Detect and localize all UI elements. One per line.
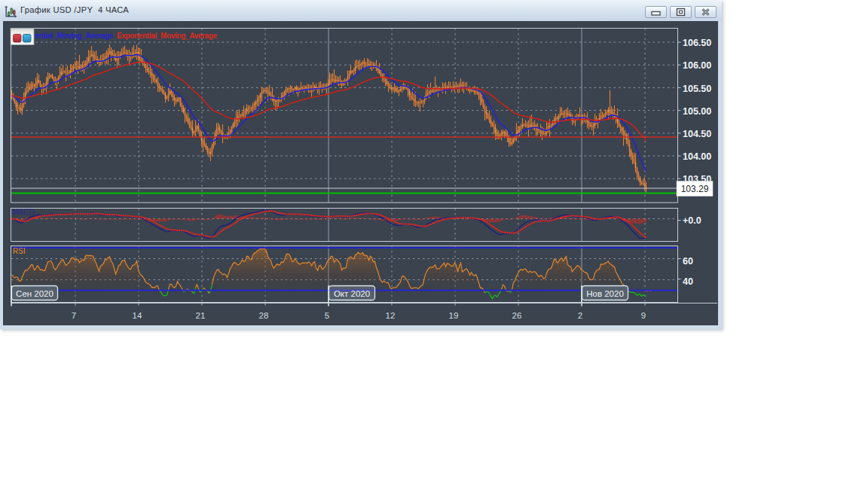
svg-text:105.00: 105.00 [683,106,711,117]
svg-text:9: 9 [641,311,646,320]
svg-text:104.50: 104.50 [683,129,711,139]
svg-text:MACD: MACD [12,208,34,216]
svg-text:Сен 2020: Сен 2020 [16,289,53,298]
svg-text:106.50: 106.50 [683,38,711,48]
svg-text:12: 12 [386,311,396,320]
svg-text:RSI: RSI [13,247,26,255]
svg-text:14: 14 [133,311,142,320]
svg-text:ential_Moving_Average: ential_Moving_Average [35,32,114,40]
svg-text:19: 19 [449,311,459,320]
svg-text:28: 28 [259,311,269,320]
svg-text:26: 26 [512,311,522,320]
svg-text:Окт 2020: Окт 2020 [334,289,370,298]
svg-text:106.00: 106.00 [683,60,711,71]
svg-text:7: 7 [72,311,76,320]
svg-text:Exponential_Moving_Average: Exponential_Moving_Average [117,32,218,40]
svg-text:60: 60 [683,256,693,267]
svg-text:+0.0: +0.0 [683,215,701,226]
svg-text:40: 40 [683,276,693,287]
svg-text:103.29: 103.29 [681,184,709,194]
svg-text:21: 21 [196,311,206,320]
svg-text:105.50: 105.50 [683,84,711,94]
svg-text:2: 2 [578,311,582,320]
svg-text:5: 5 [325,311,329,320]
svg-text:104.00: 104.00 [683,151,711,162]
svg-text:Нов 2020: Нов 2020 [586,289,624,298]
